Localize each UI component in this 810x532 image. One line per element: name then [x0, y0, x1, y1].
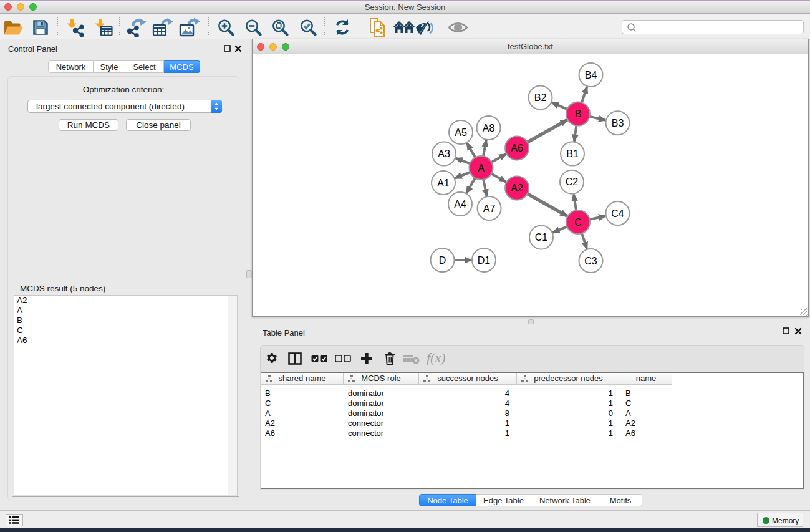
- svg-text:A5: A5: [455, 127, 467, 138]
- svg-text:D: D: [439, 255, 446, 266]
- svg-text:A: A: [478, 163, 485, 173]
- svg-text:B1: B1: [566, 148, 579, 159]
- svg-text:C3: C3: [584, 256, 597, 266]
- svg-text:A8: A8: [483, 123, 495, 133]
- svg-text:A7: A7: [483, 203, 496, 214]
- svg-text:B4: B4: [585, 70, 597, 80]
- svg-text:B: B: [575, 109, 582, 119]
- svg-text:A6: A6: [511, 143, 523, 153]
- svg-text:C1: C1: [535, 232, 548, 243]
- svg-text:A1: A1: [437, 178, 450, 188]
- svg-text:C4: C4: [611, 208, 624, 219]
- svg-text:D1: D1: [478, 255, 491, 266]
- svg-text:A4: A4: [454, 199, 466, 210]
- svg-text:B2: B2: [534, 92, 547, 103]
- svg-text:A3: A3: [438, 148, 450, 159]
- svg-text:B3: B3: [612, 118, 624, 128]
- svg-text:C2: C2: [566, 177, 579, 187]
- svg-text:C: C: [574, 217, 582, 228]
- svg-text:A2: A2: [511, 183, 523, 193]
